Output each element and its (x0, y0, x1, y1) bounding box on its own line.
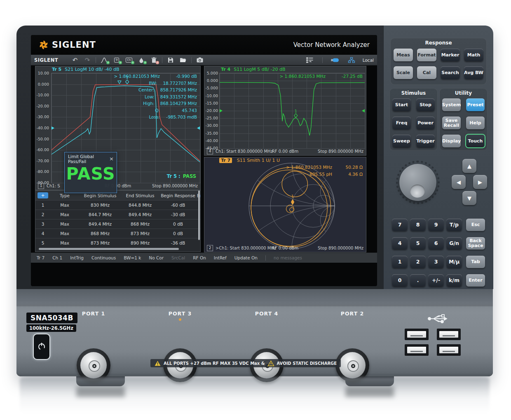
port-2: PORT 2 (311, 310, 394, 317)
key-display[interactable]: Display (442, 135, 461, 147)
trace-format: S21 LogM 10 dB/ -40 dB (65, 67, 119, 72)
key-back-space[interactable]: Back Space (466, 237, 485, 250)
limit-test-result: Tr 5 :PASS (167, 173, 196, 179)
arrow-up-key[interactable]: ▲ (462, 159, 476, 173)
marker-diamond[interactable] (294, 114, 298, 118)
key-touch[interactable]: Touch (466, 135, 485, 147)
key-help[interactable]: Help (466, 117, 485, 129)
key-6[interactable]: 6 (428, 237, 444, 250)
column-header: End Stimulus (121, 193, 159, 198)
add-limit-button[interactable]: + (38, 192, 48, 198)
table-cell: 849.4 MHz (121, 212, 159, 217)
power-icon (37, 342, 46, 351)
key-meas[interactable]: Meas (394, 49, 413, 61)
add-marker-icon[interactable]: + (136, 56, 146, 64)
limit-table-row[interactable]: 4Max868 MHz873 MHz0 dB (35, 229, 200, 238)
plot-area[interactable]: 1 (219, 73, 365, 149)
delete-icon[interactable]: • (149, 56, 159, 64)
key-save-recall[interactable]: Save Recall (442, 117, 461, 129)
table-cell: Max (50, 231, 79, 236)
y-tick: -35.00 (205, 131, 218, 135)
key-scale[interactable]: Scale (394, 66, 413, 79)
arrow-left-key[interactable]: ◀ (452, 175, 466, 189)
key-1[interactable]: 1 (392, 256, 408, 268)
key-enter[interactable]: Enter (466, 274, 485, 287)
table-cell: 0 dB (159, 231, 197, 236)
key-sweep[interactable]: Sweep (392, 135, 411, 147)
redo-icon[interactable]: ↷ (82, 56, 92, 64)
key-format[interactable]: Format (417, 49, 436, 61)
key-stop[interactable]: Stop (416, 98, 435, 111)
y-tick: -40.00 (205, 138, 218, 143)
app-title: Vector Network Analyzer (293, 41, 370, 49)
chart-tr4-s11[interactable]: Tr 4S11 LogM 5 dB/ -20 dB 5.0000.000-5.0… (204, 66, 366, 156)
power-button[interactable] (33, 334, 50, 360)
key-tab[interactable]: Tab (466, 256, 485, 268)
limit-table-row[interactable]: 5Max873 MHz890 MHz-36 dB (35, 238, 200, 247)
close-icon[interactable]: × (109, 156, 114, 161)
table-cell: 849.4 MHz (79, 222, 121, 226)
key-system[interactable]: System (442, 98, 461, 111)
key-power[interactable]: Power (416, 117, 435, 129)
key-esc[interactable]: Esc (466, 219, 485, 231)
local-mode-label[interactable]: Local (363, 58, 374, 63)
key-preset[interactable]: Preset (466, 98, 485, 111)
key-freq[interactable]: Freq (392, 117, 411, 129)
key-trigger[interactable]: Trigger (416, 135, 435, 147)
key-m[interactable]: M/µ (446, 256, 462, 268)
vertical-scrollbar[interactable] (198, 190, 200, 240)
key-avg-bw[interactable]: Avg BW (464, 66, 483, 79)
arrow-right-key[interactable]: ▶ (473, 175, 487, 189)
lan-network-icon[interactable] (347, 56, 356, 64)
table-cell: 873 MHz (121, 231, 159, 236)
add-trace-curve-icon[interactable]: + (99, 56, 109, 64)
chart-tr5-s21[interactable]: Tr 5S21 LogM 10 dB/ -40 dB 10.000.000-10… (35, 66, 201, 190)
key-7[interactable]: 7 (392, 219, 408, 231)
meas-list-icon[interactable] (305, 56, 315, 64)
key-2[interactable]: 2 (410, 256, 426, 268)
table-header-row: +TypeBegin StimulusEnd StimulusBegin Res… (35, 191, 200, 200)
save-icon[interactable] (166, 56, 176, 64)
y-tick: -45.00 (205, 146, 218, 150)
key-math[interactable]: Math (464, 49, 483, 61)
key-9[interactable]: 9 (428, 219, 444, 231)
key-8[interactable]: 8 (410, 219, 426, 231)
rotary-knob[interactable] (399, 164, 436, 201)
key-search[interactable]: Search (441, 66, 460, 79)
horizontal-scrollbar[interactable] (39, 248, 179, 250)
key-g-n[interactable]: G/n (446, 237, 462, 250)
usb-port (437, 329, 461, 340)
limit-table-row[interactable]: 1Max830 MHz844.8 MHz-60 dB (35, 200, 200, 210)
key-start[interactable]: Start (392, 98, 411, 111)
undo-icon[interactable]: ↶ (70, 56, 80, 64)
key-[interactable]: . (410, 274, 426, 287)
screenshot-camera-icon[interactable] (195, 56, 205, 64)
key-4[interactable]: 4 (392, 237, 408, 250)
limit-table-row[interactable]: 2Max844.7 MHz849.4 MHz-30 dB (35, 210, 200, 219)
open-file-icon[interactable] (178, 56, 188, 64)
key-cal[interactable]: Cal (417, 66, 436, 79)
table-cell: 5 (35, 240, 50, 245)
key-marker[interactable]: Marker (441, 49, 460, 61)
key-3[interactable]: 3 (428, 256, 444, 268)
usb-device-icon[interactable] (330, 56, 340, 64)
arrow-down-key[interactable]: ▼ (462, 191, 476, 205)
key-k-m[interactable]: k/m (446, 274, 462, 287)
marker-diamond[interactable] (291, 199, 294, 205)
chart-tr7-smith[interactable]: Tr 7 S11 Smith 1 U/ 1 U 1 > 1:860.821053… (204, 157, 366, 252)
key-[interactable]: +/- (428, 274, 444, 287)
status-ch-1: Ch 1 (52, 255, 62, 260)
key-0[interactable]: 0 (392, 274, 408, 287)
new-channel-icon[interactable]: Ch+ (124, 56, 134, 64)
limit-table-row[interactable]: 3Max849.4 MHz868 MHz0 dB (35, 219, 200, 229)
table-cell: 4 (35, 231, 50, 236)
key-t-p[interactable]: T/p (446, 219, 462, 231)
table-cell: 1 (35, 203, 50, 208)
key-5[interactable]: 5 (410, 237, 426, 250)
ref-level-marker-left (52, 126, 54, 130)
new-trace-icon[interactable]: Tr+ (112, 56, 122, 64)
edit-keys: EscBack SpaceTabEnter (466, 219, 485, 287)
display-screen[interactable]: SIGLENT Vector Network Analyzer SIGLENT … (31, 35, 377, 286)
limit-table[interactable]: +TypeBegin StimulusEnd StimulusBegin Res… (35, 190, 201, 252)
table-cell: Max (50, 240, 79, 245)
